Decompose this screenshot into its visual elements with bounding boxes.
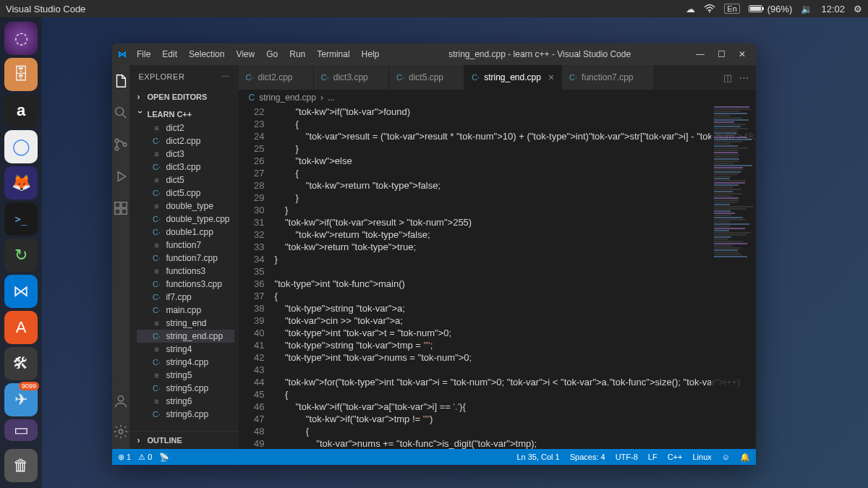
breadcrumb[interactable]: C string_end.cpp › ... xyxy=(239,90,756,106)
menu-go[interactable]: Go xyxy=(262,46,282,62)
editor-tab[interactable]: C·dict3.cpp× xyxy=(314,65,389,90)
tree-item[interactable]: C·double_type.cpp xyxy=(137,213,234,226)
minimap[interactable] xyxy=(711,106,756,449)
svg-point-12 xyxy=(119,396,124,401)
open-editors-section[interactable]: OPEN EDITORS xyxy=(129,88,238,106)
file-icon: ≡ xyxy=(151,345,161,354)
activity-scm-icon[interactable] xyxy=(112,136,129,153)
status-os[interactable]: Linux xyxy=(692,453,711,462)
dock-app[interactable]: a xyxy=(4,94,38,127)
tree-item-label: dict3 xyxy=(166,149,184,159)
tree-item[interactable]: C·function7.cpp xyxy=(137,252,234,265)
minimize-button[interactable]: — xyxy=(696,49,705,59)
editor-tab[interactable]: C·string_end.cpp× xyxy=(464,65,562,90)
dock-firefox[interactable]: 🦊 xyxy=(4,166,38,200)
tree-item[interactable]: C·main.cpp xyxy=(137,304,234,317)
dock-software[interactable]: A xyxy=(4,311,38,344)
editor-tab[interactable]: C·dict2.cpp× xyxy=(239,65,314,90)
svg-rect-11 xyxy=(122,202,127,207)
tree-item[interactable]: C·string6.cpp xyxy=(137,408,234,421)
menu-file[interactable]: File xyxy=(132,46,155,62)
tree-item[interactable]: C·double1.cpp xyxy=(137,226,234,239)
status-live-icon[interactable]: 📡 xyxy=(159,453,169,462)
status-lang[interactable]: C++ xyxy=(668,453,683,462)
battery-indicator[interactable]: (96%) xyxy=(749,4,793,14)
dock-dash[interactable]: ◌ xyxy=(4,22,38,55)
dock-app2[interactable]: ↻ xyxy=(4,239,38,272)
status-spaces[interactable]: Spaces: 4 xyxy=(570,453,605,462)
code-editor[interactable]: 2223242526272829303132333435363738394041… xyxy=(239,106,756,449)
dock-terminal[interactable]: >_ xyxy=(4,202,38,236)
dock-desktop[interactable]: ▭ xyxy=(4,419,38,441)
status-warnings[interactable]: ⚠ 0 xyxy=(138,453,152,462)
line-gutter: 2223242526272829303132333435363738394041… xyxy=(239,106,275,449)
tree-item[interactable]: ≡function7 xyxy=(137,239,234,252)
tree-item-label: string4 xyxy=(166,344,192,354)
menu-selection[interactable]: Selection xyxy=(184,46,229,62)
tree-item[interactable]: C·dict3.cpp xyxy=(137,160,234,174)
tree-item[interactable]: ≡string6 xyxy=(137,395,234,408)
close-button[interactable]: ✕ xyxy=(739,49,746,59)
status-encoding[interactable]: UTF-8 xyxy=(616,453,638,462)
cloud-icon[interactable]: ☁ xyxy=(686,4,695,14)
status-feedback-icon[interactable]: ☺ xyxy=(722,453,730,462)
menu-run[interactable]: Run xyxy=(285,46,310,62)
tree-item[interactable]: C·dict2.cpp xyxy=(137,134,234,147)
cpp-file-icon: C· xyxy=(151,280,161,288)
tree-item[interactable]: ≡string_end xyxy=(137,317,234,330)
tree-item[interactable]: C·string4.cpp xyxy=(137,356,234,369)
tree-item[interactable]: ≡double_type xyxy=(137,200,234,213)
lang-indicator[interactable]: En xyxy=(724,4,739,14)
tree-item[interactable]: ≡string4 xyxy=(137,343,234,356)
gear-icon[interactable]: ⚙ xyxy=(854,4,862,14)
tree-item[interactable]: ≡dict3 xyxy=(137,147,234,160)
wifi-icon[interactable] xyxy=(704,4,715,13)
tree-item[interactable]: C·dict5.cpp xyxy=(137,187,234,200)
tree-item[interactable]: ≡dict2 xyxy=(137,121,234,134)
tab-more-icon[interactable]: ⋯ xyxy=(739,72,749,83)
activity-debug-icon[interactable] xyxy=(112,168,129,185)
editor-tab[interactable]: C·function7.cpp× xyxy=(562,65,655,90)
status-eol[interactable]: LF xyxy=(648,453,658,462)
workspace-section[interactable]: LEARN C++ ≡dict2C·dict2.cpp≡dict3C·dict3… xyxy=(129,106,238,422)
status-bell-icon[interactable]: 🔔 xyxy=(740,453,750,462)
editor-group: C·dict2.cpp×C·dict3.cpp×C·dict5.cpp×C·st… xyxy=(239,65,756,449)
cpp-file-icon: C· xyxy=(569,73,577,82)
clock[interactable]: 12:02 xyxy=(821,4,845,14)
activity-extensions-icon[interactable] xyxy=(112,200,129,217)
svg-rect-2 xyxy=(762,7,764,10)
split-editor-icon[interactable]: ◫ xyxy=(723,72,732,83)
activity-account-icon[interactable] xyxy=(112,393,129,410)
editor-tabs: C·dict2.cpp×C·dict3.cpp×C·dict5.cpp×C·st… xyxy=(239,65,756,90)
maximize-button[interactable]: ☐ xyxy=(718,49,726,59)
editor-tab[interactable]: C·dict5.cpp× xyxy=(389,65,464,90)
activity-settings-icon[interactable] xyxy=(112,423,129,440)
tree-item[interactable]: ≡dict5 xyxy=(137,174,234,187)
dock-trash[interactable]: 🗑 xyxy=(4,449,38,482)
vscode-titlebar[interactable]: ⋈ FileEditSelectionViewGoRunTerminalHelp… xyxy=(112,43,756,65)
status-errors[interactable]: ⊗ 1 xyxy=(118,453,131,462)
explorer-more-icon[interactable]: ⋯ xyxy=(221,72,230,82)
dock-vscode[interactable]: ⋈ xyxy=(4,275,38,308)
tree-item[interactable]: C·if7.cpp xyxy=(137,291,234,304)
outline-section[interactable]: OUTLINE xyxy=(129,431,238,449)
code-lines[interactable]: "tok-kw">if("tok-var">found) { "tok-var"… xyxy=(275,106,756,449)
dock-settings[interactable]: 🛠 xyxy=(4,347,38,380)
tree-item[interactable]: C·functions3.cpp xyxy=(137,278,234,291)
dock-telegram[interactable]: ✈ xyxy=(4,383,38,416)
tree-item[interactable]: ≡string5 xyxy=(137,369,234,382)
activity-explorer-icon[interactable] xyxy=(112,72,129,90)
tree-item[interactable]: ≡functions3 xyxy=(137,265,234,278)
tab-close-icon[interactable]: × xyxy=(548,72,554,83)
menu-help[interactable]: Help xyxy=(357,46,384,62)
menu-terminal[interactable]: Terminal xyxy=(312,46,354,62)
tree-item[interactable]: C·string5.cpp xyxy=(137,382,234,395)
menu-view[interactable]: View xyxy=(231,46,259,62)
tree-item[interactable]: C·string_end.cpp xyxy=(137,330,234,343)
menu-edit[interactable]: Edit xyxy=(158,46,182,62)
activity-search-icon[interactable] xyxy=(112,104,129,121)
dock-files[interactable]: 🗄 xyxy=(4,58,38,91)
volume-icon[interactable]: 🔉 xyxy=(801,4,812,14)
status-cursor[interactable]: Ln 35, Col 1 xyxy=(516,453,559,462)
dock-chromium[interactable]: ◯ xyxy=(4,130,38,163)
